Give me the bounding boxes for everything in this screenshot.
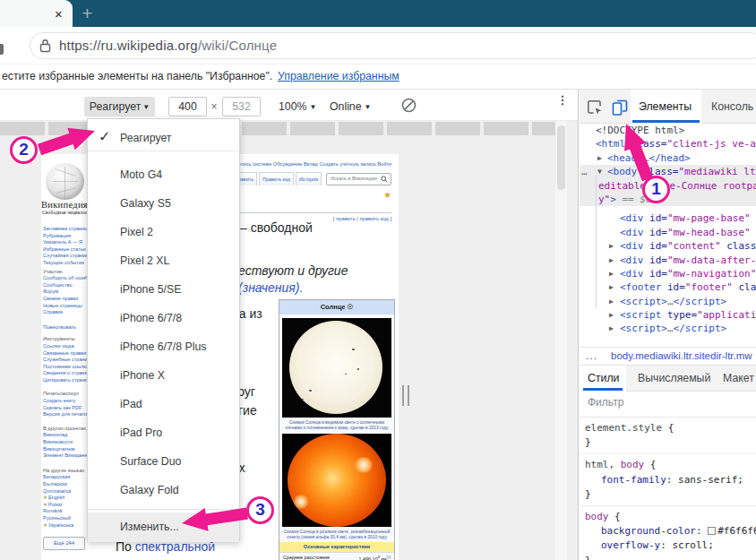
annotation-step-1: 1 — [642, 176, 670, 203]
dropdown-item-device[interactable]: iPhone 5/SE — [88, 275, 239, 304]
syntax-token: y" — [598, 194, 610, 205]
tab-close-icon[interactable]: × — [52, 7, 65, 21]
device-mode-label: Реагирует — [90, 100, 141, 113]
syntax-token: <html — [596, 138, 625, 150]
syntax-token: "mediawiki lt — [678, 166, 755, 177]
dropdown-item-device[interactable]: Galaxy Fold — [88, 476, 239, 504]
wiki-tab[interactable]: Править код — [259, 172, 294, 185]
scrollbar-thumb[interactable] — [557, 125, 565, 190]
inspect-element-icon[interactable] — [587, 99, 603, 116]
tab-console[interactable]: Консоль — [711, 90, 753, 124]
height-input[interactable]: 532 — [222, 97, 261, 116]
sun-visible-light-image[interactable] — [282, 318, 391, 418]
dropdown-item-device[interactable]: Pixel 2 XL — [88, 246, 239, 275]
icon-shape — [405, 101, 414, 110]
dropdown-item-device[interactable]: Galaxy S5 — [88, 189, 239, 218]
expand-arrow-icon[interactable]: ▶ — [609, 254, 614, 267]
wiki-search-box[interactable]: Искать в Википедии — [326, 173, 391, 185]
css-rule[interactable]: html, body {font-family: sans-serif;} — [580, 454, 756, 506]
device-toolbar-toggle-icon[interactable] — [612, 99, 628, 116]
bracket: ] — [390, 216, 391, 221]
sunspot — [352, 349, 355, 350]
dom-tree-line[interactable]: ▶<footer id="footer" clas — [580, 280, 756, 294]
tab-elements[interactable]: Элементы — [639, 90, 692, 124]
node-options-icon[interactable]: … — [581, 165, 588, 178]
color-swatch[interactable] — [708, 527, 716, 535]
syntax-token: { — [644, 459, 656, 470]
viewport-resize-handle[interactable] — [402, 385, 409, 406]
zoom-select[interactable]: 100%▼ — [279, 97, 316, 116]
dom-tree-line[interactable]: ▶<div id="content" class= — [580, 239, 756, 253]
styles-filter-input[interactable]: Фильтр — [580, 392, 756, 418]
more-languages-button[interactable]: Ещё 244 — [43, 537, 85, 550]
new-tab-icon[interactable]: + — [80, 6, 95, 22]
syntax-token: <head — [607, 152, 637, 164]
expand-arrow-icon[interactable]: ▶ — [609, 295, 614, 308]
manage-favorites-link[interactable]: Управление избранным — [278, 70, 399, 82]
tab-styles[interactable]: Стили — [588, 366, 619, 391]
dropdown-item-edit[interactable]: Изменить... — [88, 513, 239, 542]
syntax-token: body — [614, 459, 644, 470]
expand-arrow-icon[interactable]: ▶ — [609, 267, 614, 280]
dom-tree-line[interactable]: <html class="client-js ve-a — [580, 137, 756, 151]
syntax-token: #f6f6f6 — [717, 525, 756, 537]
dropdown-item-device[interactable]: Surface Duo — [88, 447, 239, 476]
filter-placeholder: Фильтр — [588, 392, 623, 414]
tab-layout[interactable]: Макет — [723, 366, 754, 391]
breadcrumb-ellipsis[interactable]: ... — [586, 348, 597, 365]
dropdown-item-device[interactable]: iPad — [88, 390, 239, 418]
expand-arrow-icon[interactable]: ▶ — [597, 151, 602, 165]
search-icon[interactable] — [381, 176, 388, 183]
dropdown-item-device[interactable]: iPhone 6/7/8 Plus — [88, 332, 239, 361]
dom-tree-line[interactable]: …▼<body class="mediawiki lt — [580, 165, 756, 178]
syntax-token: background-color — [601, 525, 696, 537]
dom-tree-line[interactable]: <div id="mw-head-base" c — [580, 226, 756, 239]
dropdown-item-device[interactable]: Pixel 2 — [88, 218, 239, 246]
syntax-token: id= — [644, 268, 668, 280]
reference-link[interactable]: [1] — [387, 555, 391, 559]
breadcrumb[interactable]: body.mediawiki.ltr.sitedir-ltr.mw — [611, 348, 752, 365]
caption-text: спектр (линия альфа 30,4 нм), сделан в 2… — [287, 535, 387, 539]
css-rule[interactable]: element.style {} — [580, 418, 756, 454]
expand-arrow-icon[interactable]: ▼ — [597, 165, 602, 178]
syntax-token: { — [662, 422, 674, 434]
css-rule[interactable]: body {background-color: #f6f6f6overflow-… — [580, 506, 756, 560]
separator: | — [357, 216, 358, 221]
tab-computed[interactable]: Вычисляемый — [638, 366, 710, 391]
edit-source-link[interactable]: править код — [359, 216, 388, 221]
dropdown-item-responsive[interactable]: ✓ Реагирует — [88, 125, 239, 151]
dom-tree-line[interactable]: <div id="mw-page-base" c — [580, 211, 756, 225]
page-scrollbar[interactable] — [555, 121, 567, 560]
network-throttle-select[interactable]: Online▼ — [330, 97, 371, 116]
dom-tree-line[interactable]: ▶<div id="mw-navigation"> — [580, 267, 756, 280]
device-mode-dropdown-button[interactable]: Реагирует▼ — [84, 97, 155, 116]
wiki-edit-section-links[interactable]: [ править | править код ] — [333, 216, 391, 221]
infobox-section-header: Основные характеристики — [279, 542, 394, 552]
width-input[interactable]: 400 — [168, 97, 207, 116]
dropdown-item-label: Реагирует — [120, 125, 171, 151]
dom-tree-line[interactable]: <!DOCTYPE html> — [580, 124, 756, 137]
dropdown-item-device[interactable]: iPad Pro — [88, 418, 239, 447]
expand-arrow-icon[interactable]: ▶ — [609, 239, 614, 253]
expand-arrow-icon[interactable]: ▶ — [609, 308, 614, 322]
dropdown-item-device[interactable]: iPhone X — [88, 361, 239, 390]
edit-link[interactable]: править — [336, 216, 356, 221]
wiki-hatnote-link-fragment[interactable]: (значения). — [238, 280, 303, 295]
dom-tree-line[interactable]: ▶<div id="mw-data-after-c — [580, 254, 756, 267]
sun-uv-image[interactable] — [282, 434, 391, 527]
expand-arrow-icon[interactable]: ▶ — [609, 322, 614, 335]
caption-text: Снимок Солнца в розовом свете, рекомбина… — [284, 530, 391, 534]
expand-arrow-icon[interactable]: ▶ — [609, 280, 614, 294]
dom-tree-line[interactable]: ▶<script type="applicatio — [580, 308, 756, 322]
wikipedia-logo[interactable] — [46, 163, 84, 200]
device-toolbar-menu-icon[interactable]: ⋮ — [555, 97, 570, 116]
wiki-tab[interactable]: История — [296, 172, 322, 185]
url-text[interactable]: https://ru.wikipedia.org/wiki/Солнце — [59, 35, 277, 56]
dom-tree-line[interactable]: ▶<head>…</head> — [580, 151, 756, 165]
dropdown-item-device[interactable]: iPhone 6/7/8 — [88, 304, 239, 332]
no-throttling-icon[interactable] — [401, 98, 417, 113]
dropdown-item-device[interactable]: Moto G4 — [88, 160, 239, 189]
dom-tree-line[interactable]: ▶<script>…</script> — [580, 295, 756, 308]
dom-tree-line[interactable]: ▶<script>…</script> — [580, 322, 756, 335]
devtools-panel: Элементы Консоль <!DOCTYPE html><html cl… — [578, 90, 756, 560]
